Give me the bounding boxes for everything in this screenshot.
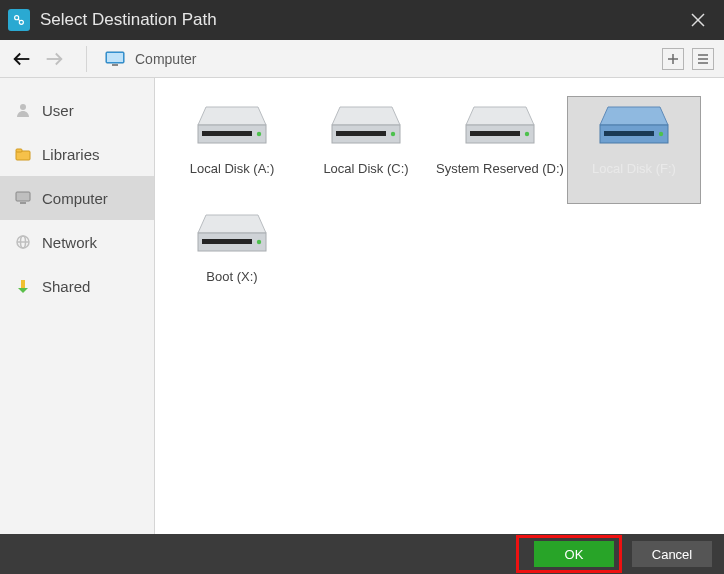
- sidebar-item-shared[interactable]: Shared: [0, 264, 154, 308]
- network-icon: [14, 234, 32, 250]
- svg-point-36: [525, 132, 529, 136]
- svg-rect-9: [112, 64, 118, 66]
- app-icon: [8, 9, 30, 31]
- sidebar-item-label: Computer: [42, 190, 108, 207]
- svg-marker-41: [198, 215, 266, 233]
- sidebar: User Libraries Computer Network Shared: [0, 78, 155, 534]
- svg-rect-18: [16, 192, 30, 201]
- shared-icon: [14, 278, 32, 294]
- drive-label: Local Disk (F:): [592, 161, 676, 176]
- sidebar-item-label: User: [42, 102, 74, 119]
- svg-line-2: [18, 19, 20, 21]
- svg-marker-24: [18, 288, 28, 293]
- svg-point-1: [19, 20, 23, 24]
- svg-marker-25: [198, 107, 266, 125]
- svg-rect-39: [604, 131, 654, 136]
- footer: OK Cancel: [0, 534, 724, 574]
- svg-rect-23: [21, 280, 25, 288]
- sidebar-item-label: Shared: [42, 278, 90, 295]
- svg-rect-31: [336, 131, 386, 136]
- monitor-icon: [105, 51, 125, 67]
- cancel-button[interactable]: Cancel: [632, 541, 712, 567]
- svg-marker-37: [600, 107, 668, 125]
- drive-icon: [196, 211, 268, 261]
- new-folder-button[interactable]: [662, 48, 684, 70]
- svg-marker-33: [466, 107, 534, 125]
- svg-point-32: [391, 132, 395, 136]
- drive-label: Local Disk (C:): [323, 161, 408, 176]
- svg-point-28: [257, 132, 261, 136]
- drive-icon: [464, 103, 536, 153]
- forward-button[interactable]: [42, 47, 66, 71]
- sidebar-item-user[interactable]: User: [0, 88, 154, 132]
- drive-icon: [330, 103, 402, 153]
- drive-item[interactable]: Local Disk (F:): [567, 96, 701, 204]
- titlebar: Select Destination Path: [0, 0, 724, 40]
- drive-label: Boot (X:): [206, 269, 257, 284]
- ok-button[interactable]: OK: [534, 541, 614, 567]
- svg-rect-8: [107, 53, 123, 62]
- back-button[interactable]: [10, 47, 34, 71]
- sidebar-item-libraries[interactable]: Libraries: [0, 132, 154, 176]
- drive-icon: [598, 103, 670, 153]
- close-button[interactable]: [680, 0, 716, 40]
- drive-item[interactable]: System Reserved (D:): [433, 96, 567, 204]
- sidebar-item-label: Network: [42, 234, 97, 251]
- window-title: Select Destination Path: [40, 10, 680, 30]
- svg-marker-29: [332, 107, 400, 125]
- svg-point-0: [15, 16, 19, 20]
- drive-label: Local Disk (A:): [190, 161, 275, 176]
- sidebar-item-network[interactable]: Network: [0, 220, 154, 264]
- body: User Libraries Computer Network Shared: [0, 78, 724, 534]
- view-list-button[interactable]: [692, 48, 714, 70]
- svg-point-44: [257, 240, 261, 244]
- svg-rect-27: [202, 131, 252, 136]
- sidebar-item-computer[interactable]: Computer: [0, 176, 154, 220]
- ok-highlight: OK: [516, 535, 622, 573]
- user-icon: [14, 102, 32, 118]
- svg-point-40: [659, 132, 663, 136]
- drive-item[interactable]: Local Disk (A:): [165, 96, 299, 204]
- svg-point-15: [20, 104, 26, 110]
- divider: [86, 46, 87, 72]
- drive-label: System Reserved (D:): [436, 161, 564, 176]
- toolbar: Computer: [0, 40, 724, 78]
- sidebar-item-label: Libraries: [42, 146, 100, 163]
- svg-rect-35: [470, 131, 520, 136]
- drive-item[interactable]: Boot (X:): [165, 204, 299, 312]
- svg-rect-19: [20, 202, 26, 204]
- path-label[interactable]: Computer: [135, 51, 654, 67]
- libraries-icon: [14, 146, 32, 162]
- drive-icon: [196, 103, 268, 153]
- main-pane[interactable]: Local Disk (A:) Local Disk (C:) System R…: [155, 78, 724, 534]
- computer-icon: [14, 190, 32, 206]
- drive-item[interactable]: Local Disk (C:): [299, 96, 433, 204]
- svg-rect-17: [16, 149, 22, 152]
- svg-rect-43: [202, 239, 252, 244]
